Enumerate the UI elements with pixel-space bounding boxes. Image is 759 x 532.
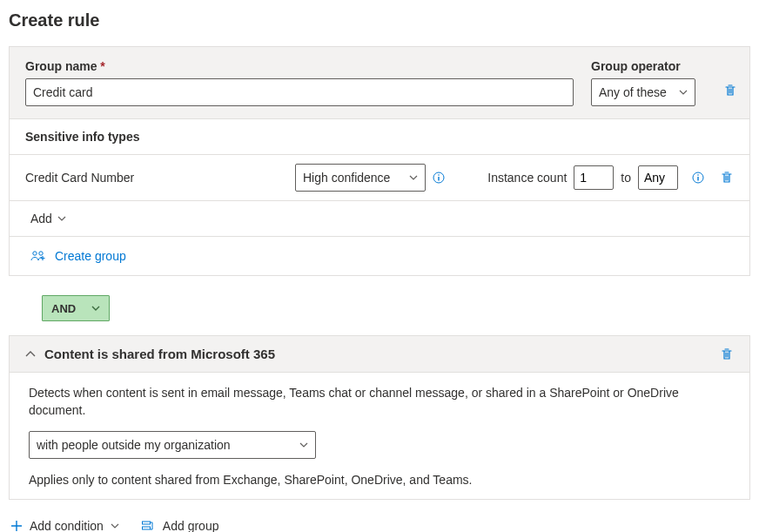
add-group-label: Add group <box>163 519 219 532</box>
create-group-icon <box>30 250 46 262</box>
chevron-down-icon <box>91 304 100 313</box>
instance-count-area: Instance count to <box>487 165 734 190</box>
sensitive-info-types-title: Sensitive info types <box>10 119 749 155</box>
create-group-row: Create group <box>10 237 749 275</box>
chevron-down-icon <box>111 522 119 530</box>
group-operator-select[interactable]: Any of these <box>591 78 695 106</box>
chevron-down-icon <box>299 441 308 449</box>
group-name-label-text: Group name <box>25 59 97 73</box>
shared-card-body: Detects when content is sent in email me… <box>10 373 749 499</box>
add-sit-row: Add <box>10 201 749 237</box>
collapse-icon[interactable] <box>25 351 36 358</box>
shared-content-card: Content is shared from Microsoft 365 Det… <box>9 335 750 500</box>
delete-group-icon[interactable] <box>723 84 737 98</box>
add-group-icon <box>142 521 156 531</box>
sit-name: Credit Card Number <box>25 171 295 185</box>
info-icon[interactable] <box>433 172 445 184</box>
logic-operator-value: AND <box>51 302 76 315</box>
plus-icon <box>10 520 23 532</box>
instance-to-input[interactable] <box>638 165 678 190</box>
chevron-down-icon <box>409 173 418 182</box>
add-condition-button[interactable]: Add condition <box>10 519 119 532</box>
group-name-input[interactable] <box>25 78 574 106</box>
group-name-field: Group name * <box>25 59 574 106</box>
svg-rect-2 <box>438 177 439 181</box>
chevron-down-icon <box>57 214 66 223</box>
svg-rect-5 <box>697 177 698 181</box>
confidence-select[interactable]: High confidence <box>295 164 426 192</box>
required-asterisk: * <box>100 59 104 73</box>
confidence-value: High confidence <box>303 171 390 185</box>
share-scope-value: with people outside my organization <box>37 438 231 452</box>
instance-from-input[interactable] <box>574 165 614 190</box>
add-condition-label: Add condition <box>30 519 104 532</box>
group-operator-field: Group operator Any of these <box>591 59 695 106</box>
group-card-header: Group name * Group operator Any of these <box>10 47 749 119</box>
add-group-button[interactable]: Add group <box>142 519 219 532</box>
group-card: Group name * Group operator Any of these… <box>9 46 750 276</box>
svg-point-6 <box>33 252 37 255</box>
add-sit-label: Add <box>30 212 52 226</box>
instance-count-label: Instance count <box>487 171 567 185</box>
page-title: Create rule <box>9 10 750 30</box>
add-sit-button[interactable]: Add <box>30 212 66 226</box>
footer-actions: Add condition Add group <box>9 512 750 532</box>
svg-point-4 <box>697 174 699 176</box>
svg-point-7 <box>39 252 43 255</box>
group-name-label: Group name * <box>25 59 574 73</box>
shared-card-header: Content is shared from Microsoft 365 <box>10 336 749 373</box>
info-icon[interactable] <box>692 172 704 184</box>
group-operator-label: Group operator <box>591 59 695 73</box>
create-group-link[interactable]: Create group <box>55 249 126 263</box>
chevron-down-icon <box>679 88 688 97</box>
delete-condition-icon[interactable] <box>720 347 734 361</box>
shared-description: Detects when content is sent in email me… <box>29 385 730 419</box>
svg-rect-9 <box>142 527 150 529</box>
share-scope-select[interactable]: with people outside my organization <box>29 431 316 459</box>
shared-note: Applies only to content shared from Exch… <box>29 473 730 487</box>
shared-card-title: Content is shared from Microsoft 365 <box>44 347 275 361</box>
svg-rect-8 <box>142 522 150 524</box>
svg-point-1 <box>438 174 440 176</box>
logic-operator-select[interactable]: AND <box>42 295 110 321</box>
sit-row: Credit Card Number High confidence Insta… <box>10 155 749 201</box>
group-operator-value: Any of these <box>599 85 667 99</box>
delete-sit-icon[interactable] <box>720 171 734 185</box>
instance-to-label: to <box>621 171 631 185</box>
